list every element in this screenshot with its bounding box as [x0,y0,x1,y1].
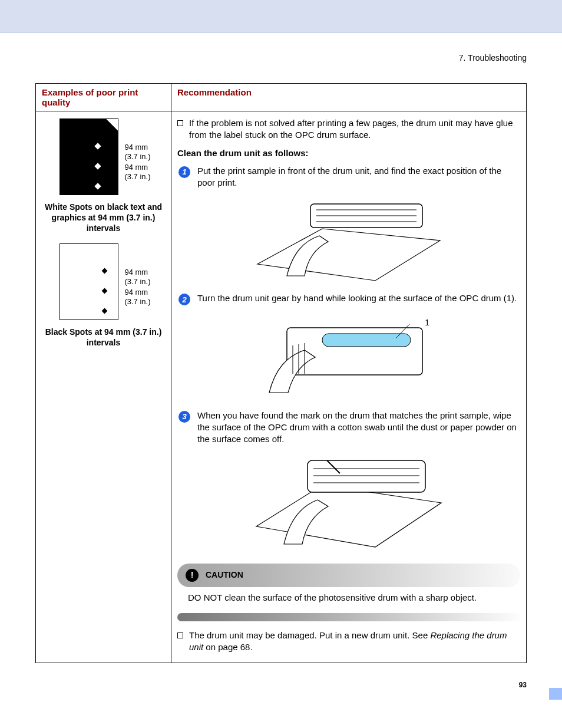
meas-label: 94 mm [124,163,150,172]
examples-cell: 94 mm(3.7 in.) 94 mm(3.7 in.) White Spot… [36,111,171,663]
page-number: 93 [35,681,527,689]
step-text: Turn the drum unit gear by hand while lo… [197,292,520,305]
caution-icon: ! [186,569,199,582]
step-number-icon: 1 [178,166,190,178]
figure-2: 1 [177,310,520,401]
svg-rect-12 [308,460,425,492]
step-2: 2 Turn the drum unit gear by hand while … [177,292,520,305]
sheet-white-icon [59,243,118,320]
caution-header: ! CAUTION [177,564,520,587]
caption-black-spots: Black Spots at 94 mm (3.7 in.) intervals [42,327,165,348]
meas-label: (3.7 in.) [124,152,150,162]
bullet-text: The drum unit may be damaged. Put in a n… [189,630,520,654]
divider-bar [177,613,520,621]
text-fragment: on page 68. [203,642,252,652]
meas-label: 94 mm [124,268,150,277]
meas-label: (3.7 in.) [124,172,150,182]
svg-rect-6 [322,334,411,347]
caution-label: CAUTION [206,569,243,581]
step-number-icon: 2 [178,294,190,305]
step-text: When you have found the mark on the drum… [197,410,520,446]
step-3: 3 When you have found the mark on the dr… [177,410,520,446]
example-white-spots: 94 mm(3.7 in.) 94 mm(3.7 in.) White Spot… [42,118,165,234]
meas-label: (3.7 in.) [124,277,150,286]
troubleshooting-table: Examples of poor print quality Recommend… [35,83,527,663]
sheet-black-icon [59,118,118,195]
step-number-icon: 3 [178,411,190,423]
drum-gear-illustration [252,310,446,398]
callout-label-1: 1 [425,317,429,328]
header-band [0,0,562,32]
bullet-item: If the problem is not solved after print… [177,117,520,141]
breadcrumb: 7. Troubleshooting [35,53,527,62]
measurements: 94 mm(3.7 in.) 94 mm(3.7 in.) [124,118,150,182]
drum-swab-illustration [252,450,446,550]
svg-marker-11 [256,485,441,547]
example-black-spots: 94 mm(3.7 in.) 94 mm(3.7 in.) Black Spot… [42,243,165,348]
caption-white-spots: White Spots on black text and graphics a… [42,202,165,234]
figure-1 [177,193,520,284]
drum-with-paper-illustration [252,193,446,282]
col-header-recommendation: Recommendation [171,84,527,111]
bullet-icon [177,633,183,638]
recommendation-cell: If the problem is not solved after print… [171,111,527,663]
bullet-text: If the problem is not solved after print… [189,117,520,141]
step-text: Put the print sample in front of the dru… [197,165,520,189]
instruction-title: Clean the drum unit as follows: [177,147,520,159]
meas-label: 94 mm [124,143,150,152]
bullet-item: The drum unit may be damaged. Put in a n… [177,630,520,654]
page-content: 7. Troubleshooting Examples of poor prin… [0,32,562,704]
step-1: 1 Put the print sample in front of the d… [177,165,520,189]
col-header-examples: Examples of poor print quality [36,84,171,111]
measurements: 94 mm(3.7 in.) 94 mm(3.7 in.) [124,243,150,307]
caution-text: DO NOT clean the surface of the photosen… [177,592,520,610]
meas-label: 94 mm [124,288,150,297]
meas-label: (3.7 in.) [124,297,150,307]
caution-block: ! CAUTION DO NOT clean the surface of th… [177,564,520,621]
text-fragment: The drum unit may be damaged. Put in a n… [189,630,430,640]
section-tab [549,688,562,700]
svg-marker-0 [257,229,440,281]
bullet-icon [177,120,183,126]
figure-3 [177,450,520,552]
